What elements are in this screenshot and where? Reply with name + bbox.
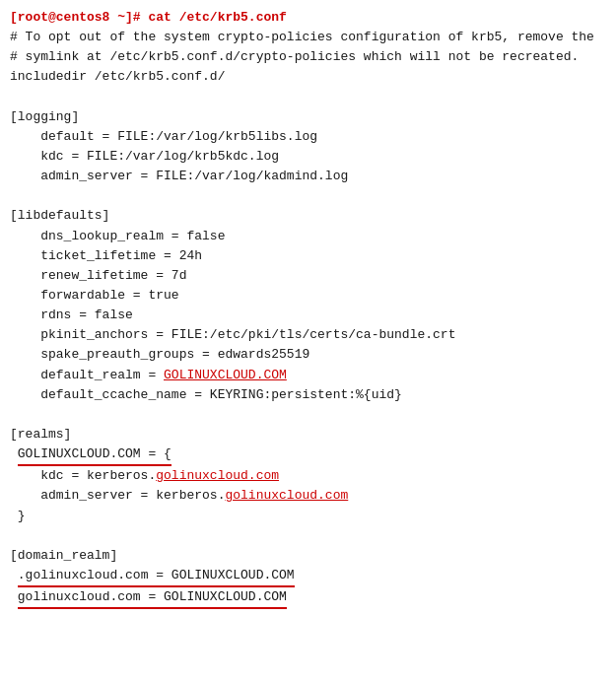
logging-admin: admin_server = FILE:/var/log/kadmind.log xyxy=(10,167,606,186)
domain-realm-section: [domain_realm] xyxy=(10,546,606,566)
blank-3 xyxy=(10,405,606,425)
spake-preauth: spake_preauth_groups = edwards25519 xyxy=(10,345,606,365)
realm-kdc-host: golinuxcloud.com xyxy=(156,468,279,483)
renew-lifetime: renew_lifetime = 7d xyxy=(10,266,606,286)
blank-1 xyxy=(10,88,606,107)
pkinit-anchors: pkinit_anchors = FILE:/etc/pki/tls/certs… xyxy=(10,325,606,345)
includedir-line: includedir /etc/krb5.conf.d/ xyxy=(10,67,606,87)
blank-2 xyxy=(10,186,606,206)
realm-admin-host: golinuxcloud.com xyxy=(225,488,348,503)
dns-lookup: dns_lookup_realm = false xyxy=(10,227,606,246)
realm-close: } xyxy=(10,507,606,526)
libdefaults-section: [libdefaults] xyxy=(10,206,606,226)
logging-default: default = FILE:/var/log/krb5libs.log xyxy=(10,127,606,147)
domain-realm-nodot: golinuxcloud.com = GOLINUXCLOUD.COM xyxy=(10,587,606,609)
comment-line-1: # To opt out of the system crypto-polici… xyxy=(10,28,606,47)
realm-kdc: kdc = kerberos.golinuxcloud.com xyxy=(10,466,606,486)
prompt-text: [root@centos8 ~]# cat /etc/krb5.conf xyxy=(10,10,287,25)
domain-realm-dot-entry: .golinuxcloud.com = GOLINUXCLOUD.COM xyxy=(18,566,295,587)
realm-name: GOLINUXCLOUD.COM = { xyxy=(18,445,171,466)
domain-realm-dot: .golinuxcloud.com = GOLINUXCLOUD.COM xyxy=(10,566,606,587)
default-ccache: default_ccache_name = KEYRING:persistent… xyxy=(10,385,606,405)
logging-section: [logging] xyxy=(10,107,606,127)
default-realm: default_realm = GOLINUXCLOUD.COM xyxy=(10,366,606,385)
rdns: rdns = false xyxy=(10,306,606,325)
realm-admin: admin_server = kerberos.golinuxcloud.com xyxy=(10,486,606,506)
domain-realm-nodot-entry: golinuxcloud.com = GOLINUXCLOUD.COM xyxy=(18,587,287,609)
forwardable: forwardable = true xyxy=(10,286,606,306)
comment-line-2: # symlink at /etc/krb5.conf.d/crypto-pol… xyxy=(10,47,606,67)
prompt-line: [root@centos8 ~]# cat /etc/krb5.conf xyxy=(10,8,606,28)
terminal-window: [root@centos8 ~]# cat /etc/krb5.conf # T… xyxy=(0,0,616,684)
realms-section: [realms] xyxy=(10,425,606,445)
ticket-lifetime: ticket_lifetime = 24h xyxy=(10,246,606,266)
default-realm-value: GOLINUXCLOUD.COM xyxy=(164,368,287,382)
realm-entry: GOLINUXCLOUD.COM = { xyxy=(10,445,606,466)
blank-4 xyxy=(10,526,606,546)
logging-kdc: kdc = FILE:/var/log/krb5kdc.log xyxy=(10,147,606,167)
